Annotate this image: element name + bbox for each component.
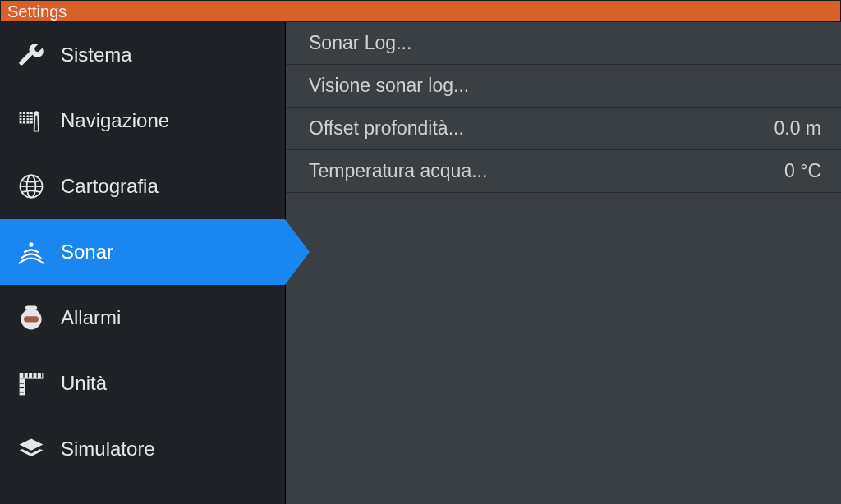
sidebar-item-label: Allarmi bbox=[61, 306, 121, 329]
sidebar-item-label: Sistema bbox=[61, 44, 132, 66]
svg-rect-15 bbox=[20, 373, 44, 378]
svg-point-11 bbox=[29, 242, 33, 246]
ruler-icon bbox=[15, 367, 48, 400]
row-value: 0 °C bbox=[784, 160, 821, 182]
content-panel: Sonar Log... Visione sonar log... Offset… bbox=[286, 22, 841, 504]
row-label: Temperatura acqua... bbox=[309, 160, 487, 182]
sidebar-item-unita[interactable]: Unità bbox=[0, 351, 285, 416]
row-value: 0.0 m bbox=[774, 117, 821, 140]
chart-needle-icon bbox=[15, 104, 48, 137]
container: Sistema Navigazione bbox=[0, 22, 841, 504]
row-label: Sonar Log... bbox=[309, 32, 411, 54]
sidebar-item-simulatore[interactable]: Simulatore bbox=[0, 416, 285, 482]
wrench-icon bbox=[15, 39, 48, 71]
sidebar-item-label: Simulatore bbox=[61, 438, 155, 460]
sonar-icon bbox=[15, 236, 48, 268]
alarm-icon bbox=[15, 301, 48, 334]
row-offset-profondita[interactable]: Offset profondità... 0.0 m bbox=[286, 108, 841, 150]
svg-rect-13 bbox=[25, 306, 37, 310]
sidebar-item-allarmi[interactable]: Allarmi bbox=[0, 285, 285, 351]
globe-icon bbox=[15, 170, 48, 203]
svg-rect-14 bbox=[24, 316, 39, 322]
sidebar-item-label: Navigazione bbox=[61, 109, 169, 132]
sidebar-item-sonar[interactable]: Sonar bbox=[0, 219, 285, 285]
sidebar: Sistema Navigazione bbox=[0, 22, 286, 504]
sidebar-item-label: Sonar bbox=[61, 241, 113, 263]
sidebar-item-navigazione[interactable]: Navigazione bbox=[0, 88, 285, 153]
row-temperatura-acqua[interactable]: Temperatura acqua... 0 °C bbox=[286, 150, 841, 193]
sidebar-item-label: Cartografia bbox=[61, 175, 159, 198]
sidebar-item-sistema[interactable]: Sistema bbox=[0, 22, 285, 88]
sidebar-item-label: Unità bbox=[61, 372, 107, 395]
row-label: Visione sonar log... bbox=[309, 75, 469, 97]
row-label: Offset profondità... bbox=[309, 117, 464, 140]
titlebar-title: Settings bbox=[7, 2, 67, 21]
sidebar-item-cartografia[interactable]: Cartografia bbox=[0, 153, 285, 219]
row-sonar-log[interactable]: Sonar Log... bbox=[286, 22, 841, 65]
titlebar: Settings bbox=[0, 0, 841, 22]
row-visione-sonar-log[interactable]: Visione sonar log... bbox=[286, 65, 841, 108]
layers-icon bbox=[15, 433, 48, 465]
